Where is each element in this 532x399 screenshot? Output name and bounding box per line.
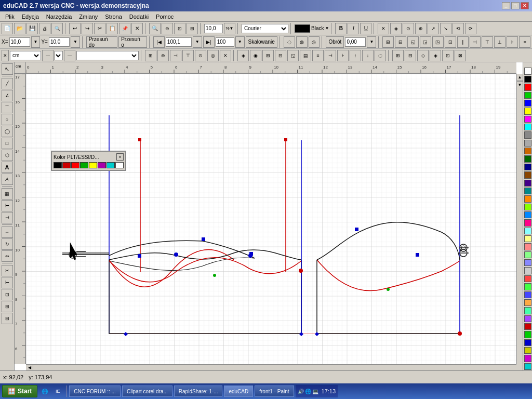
right-color-aqua[interactable] [524,363,531,370]
right-color-lightgray[interactable] [524,267,531,274]
maximize-button[interactable]: □ [511,2,520,9]
tb-extra5[interactable]: ↗ [428,23,439,34]
tb2-i1[interactable]: ⊞ [382,36,394,48]
right-color-orange[interactable] [524,148,531,154]
font-select[interactable]: Courier [242,24,288,33]
menu-dodatki[interactable]: Dodatki [126,12,152,21]
color-swatch-white[interactable] [115,162,124,168]
taskbar-item-rapid[interactable]: RapidShare: 1-... [174,385,223,397]
bold-button[interactable]: B [335,23,347,34]
taskbar-item-educad[interactable]: eduCAD [224,385,253,397]
menu-narzedzia[interactable]: Narzędzia [43,12,75,21]
scale1-input[interactable] [166,37,192,47]
right-color-mint[interactable] [524,307,531,314]
snap-grid-btn[interactable]: ⊞ [145,50,156,61]
right-color-hotpink[interactable] [524,219,531,226]
skalowanie-btn[interactable]: Skalowanie [246,36,277,48]
t3-b2[interactable]: — [64,50,75,61]
snap-point-btn[interactable]: ⊕ [157,50,169,61]
scale2-input[interactable] [216,37,234,47]
right-color-blue[interactable] [524,100,531,107]
move-tool[interactable]: ↔ [2,227,13,238]
mirror-tool[interactable]: ⇔ [2,250,13,262]
x-unit-btn[interactable]: ▼ [31,36,41,48]
delete-button[interactable]: ✕ [131,23,143,34]
right-color-red[interactable] [524,84,531,90]
color-selector[interactable]: Black ▼ [295,24,329,33]
color-popup-close-button[interactable]: × [116,153,124,161]
right-panel-scroll-up[interactable] [524,62,531,67]
scroll-up-btn[interactable]: ▲ [517,74,523,81]
right-color-black[interactable] [524,76,531,83]
taskbar-item-cnc[interactable]: CNC FORUM :: ... [69,385,121,397]
hatch-tool[interactable]: ▦ [2,188,13,200]
right-color-darkgreen[interactable] [524,155,531,162]
layer-btn6[interactable]: ▤ [300,50,311,61]
snap-mid-btn[interactable]: ⊤ [182,50,194,61]
underline-button[interactable]: U [360,23,371,34]
right-color-brown[interactable] [524,171,531,178]
drawing-canvas[interactable] [26,74,516,364]
tb2-i8[interactable]: ⊣ [470,36,481,48]
copy-button[interactable]: 📋 [107,23,118,34]
right-color-violet[interactable] [524,315,531,322]
circ2[interactable]: ◍ [296,36,308,48]
color-preview[interactable] [295,24,310,33]
rotation-unit[interactable]: ▼ [367,36,376,48]
layer-btn11[interactable]: ↓ [362,50,374,61]
layer-btn9[interactable]: ⊦ [337,50,349,61]
zoom-out-button[interactable]: ⊖ [162,23,173,34]
layer-btn5[interactable]: ◱ [287,50,299,61]
color-swatch-yellow[interactable] [89,162,97,168]
scale2-unit[interactable]: ▼ [235,36,245,48]
dim-btn3[interactable]: ◇ [417,50,429,61]
scrollbar-bottom[interactable]: ◀ ▶ [26,364,516,370]
menu-zmiany[interactable]: Zmiany [76,12,101,21]
color-swatch-red[interactable] [71,162,79,168]
zoom-percent-btn[interactable]: %▼ [224,23,235,34]
rect-tool[interactable]: □ [2,138,13,149]
y-unit-btn[interactable]: ▼ [71,36,80,48]
text2-tool[interactable]: A [2,174,13,185]
redo-button[interactable]: ↪ [82,23,93,34]
tb2-i5[interactable]: ◳ [432,36,444,48]
layer-btn2[interactable]: ◉ [250,50,261,61]
circle-tool[interactable]: ○ [2,114,13,125]
paste-button[interactable]: 📌 [119,23,130,34]
snap-cen-btn[interactable]: ⊙ [195,50,206,61]
right-color-yellow[interactable] [524,108,531,114]
ellipse-tool[interactable]: ◯ [2,126,13,137]
select-tool[interactable]: ↖ [2,63,13,75]
tb2-i9[interactable]: ⊤ [482,36,493,48]
y-input[interactable] [49,37,70,47]
dim-btn2[interactable]: ⊟ [405,50,416,61]
przesun-o-btn[interactable]: Przesuń o [118,36,147,48]
preview-button[interactable]: 🔍 [51,23,63,34]
right-color-skyblue[interactable] [524,211,531,218]
right-color-salmon[interactable] [524,243,531,250]
dist-right[interactable]: ▶| [203,36,215,48]
trim-tool[interactable]: ✂ [2,265,13,276]
text-tool[interactable]: A [2,162,13,173]
color-swatch-magenta[interactable] [98,162,106,168]
layer-btn4[interactable]: ⊟ [275,50,286,61]
color-swatch-black[interactable] [54,162,62,168]
right-color-olive[interactable] [524,347,531,354]
menu-pomoc[interactable]: Pomoc [153,12,177,21]
layer-btn10[interactable]: ↑ [350,50,361,61]
menu-plik[interactable]: Plik [2,12,18,21]
dim-btn4[interactable]: ◈ [430,50,441,61]
print-button[interactable]: 🖨 [39,23,50,34]
right-color-purple[interactable] [524,180,531,187]
t3-b1[interactable]: — [42,50,54,61]
layer-btn8[interactable]: ⊣ [325,50,336,61]
polygon-tool[interactable]: ⬡ [2,150,13,161]
save-button[interactable]: 💾 [26,23,38,34]
dim2-tool[interactable]: ⊣ [2,212,13,223]
scrollbar-right[interactable]: ▲ ▼ [516,74,523,364]
layer-btn12[interactable]: ◌ [375,50,386,61]
tb2-i4[interactable]: ◲ [420,36,431,48]
menu-edycja[interactable]: Edycja [19,12,42,21]
tb2-i7[interactable]: ∥ [457,36,469,48]
scale1-unit[interactable]: ▼ [193,36,202,48]
